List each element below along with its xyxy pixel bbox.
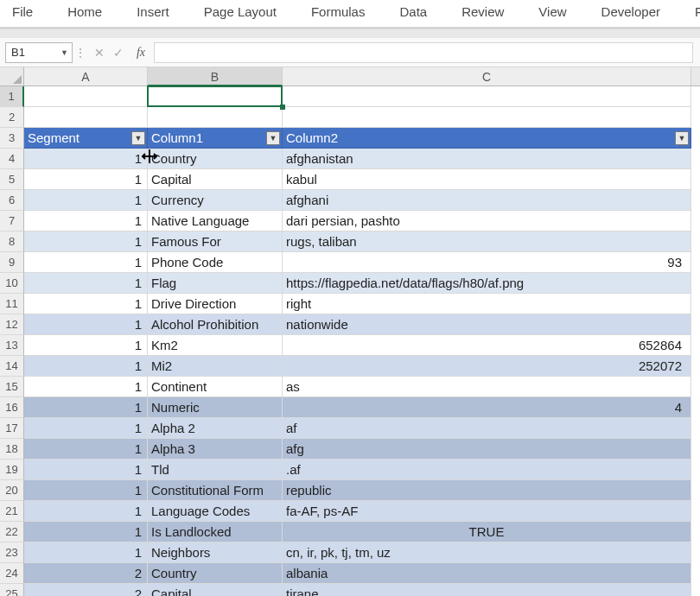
fx-icon[interactable]: fx [128,46,154,60]
cell-C24[interactable]: albania [283,563,691,584]
cell-A1[interactable] [24,86,148,107]
cell-A24[interactable]: 2 [24,563,148,584]
cell-C17[interactable]: af [283,418,691,439]
cell-B5[interactable]: Capital [148,169,283,190]
cell-B22[interactable]: Is Landlocked [148,522,283,542]
cell-A21[interactable]: 1 [24,501,148,522]
cell-A8[interactable]: 1 [24,231,148,252]
cell-A18[interactable]: 1 [24,439,148,460]
cell-B12[interactable]: Alcohol Prohibition [148,314,283,335]
cell-A13[interactable]: 1 [24,335,148,356]
table-header-column1[interactable]: Column1 ▼ [148,128,283,149]
tab-formulas[interactable]: Formulas [294,1,383,24]
enter-button[interactable]: ✓ [109,43,128,62]
tab-view[interactable]: View [521,1,583,24]
row-header-14[interactable]: 14 [0,356,24,377]
row-header-9[interactable]: 9 [0,252,24,273]
cell-B11[interactable]: Drive Direction [148,294,283,314]
cell-C1[interactable] [283,86,691,107]
select-all-corner[interactable] [0,67,24,86]
row-header-7[interactable]: 7 [0,211,24,231]
tab-insert[interactable]: Insert [119,1,187,24]
cell-B15[interactable]: Continent [148,377,283,397]
cell-B25[interactable]: Capital [148,584,283,596]
cell-A25[interactable]: 2 [24,584,148,596]
tab-developer[interactable]: Developer [584,1,678,24]
cell-B7[interactable]: Native Language [148,211,283,231]
row-header-15[interactable]: 15 [0,377,24,397]
cell-A11[interactable]: 1 [24,294,148,314]
cell-C19[interactable]: .af [283,460,691,480]
col-header-B[interactable]: B [148,67,283,86]
row-header-3[interactable]: 3 [0,128,24,149]
row-header-25[interactable]: 25 [0,584,24,596]
tab-home[interactable]: Home [50,1,119,24]
cell-A22[interactable]: 1 [24,522,148,542]
cell-C18[interactable]: afg [283,439,691,460]
row-header-1[interactable]: 1 [0,86,24,107]
row-header-20[interactable]: 20 [0,480,24,501]
row-header-4[interactable]: 4 [0,149,24,169]
cell-C21[interactable]: fa-AF, ps-AF [283,501,691,522]
cell-A19[interactable]: 1 [24,460,148,480]
row-header-5[interactable]: 5 [0,169,24,190]
tab-fastexcel[interactable]: FastExcel V3 [678,1,700,24]
cell-C12[interactable]: nationwide [283,314,691,335]
cell-A16[interactable]: 1 [24,397,148,418]
row-header-23[interactable]: 23 [0,542,24,563]
cell-B8[interactable]: Famous For [148,231,283,252]
cell-A23[interactable]: 1 [24,542,148,563]
cell-C4[interactable]: afghanistan [283,149,691,169]
formula-input[interactable] [154,42,693,63]
cell-B13[interactable]: Km2 [148,335,283,356]
table-header-column2[interactable]: Column2 ▼ [283,128,691,149]
row-header-6[interactable]: 6 [0,190,24,211]
cell-B4[interactable]: Country [148,149,283,169]
name-box-dropdown-icon[interactable]: ▼ [60,48,68,57]
row-header-21[interactable]: 21 [0,501,24,522]
cell-C22[interactable]: TRUE [283,522,691,542]
filter-button-column2[interactable]: ▼ [675,131,689,145]
table-header-segment[interactable]: Segment ▼ [24,128,148,149]
cell-A10[interactable]: 1 [24,273,148,294]
cell-C13[interactable]: 652864 [283,335,691,356]
row-header-13[interactable]: 13 [0,335,24,356]
cell-A4[interactable]: 1 [24,149,148,169]
cell-B10[interactable]: Flag [148,273,283,294]
cell-A14[interactable]: 1 [24,356,148,377]
name-box[interactable]: B1 ▼ [5,42,73,63]
cell-A9[interactable]: 1 [24,252,148,273]
filter-button-column1[interactable]: ▼ [266,131,280,145]
cell-A17[interactable]: 1 [24,418,148,439]
cell-C11[interactable]: right [283,294,691,314]
filter-button-segment[interactable]: ▼ [131,131,145,145]
cell-A7[interactable]: 1 [24,211,148,231]
cell-C6[interactable]: afghani [283,190,691,211]
cell-A12[interactable]: 1 [24,314,148,335]
cell-C2[interactable] [283,107,691,128]
row-header-19[interactable]: 19 [0,460,24,480]
cancel-button[interactable]: ✕ [90,43,109,62]
row-header-17[interactable]: 17 [0,418,24,439]
cell-B17[interactable]: Alpha 2 [148,418,283,439]
cell-B20[interactable]: Constitutional Form [148,480,283,501]
cell-C16[interactable]: 4 [283,397,691,418]
cell-A15[interactable]: 1 [24,377,148,397]
cell-C8[interactable]: rugs, taliban [283,231,691,252]
cell-B6[interactable]: Currency [148,190,283,211]
cell-B9[interactable]: Phone Code [148,252,283,273]
row-header-2[interactable]: 2 [0,107,24,128]
tab-file[interactable]: File [5,1,50,24]
cell-B21[interactable]: Language Codes [148,501,283,522]
tab-review[interactable]: Review [444,1,521,24]
cell-C5[interactable]: kabul [283,169,691,190]
cell-A6[interactable]: 1 [24,190,148,211]
cell-C7[interactable]: dari persian, pashto [283,211,691,231]
row-header-18[interactable]: 18 [0,439,24,460]
tab-data[interactable]: Data [382,1,444,24]
cell-C14[interactable]: 252072 [283,356,691,377]
cell-C10[interactable]: https://flagpedia.net/data/flags/h80/af.… [283,273,691,294]
cell-B1[interactable] [148,86,283,107]
row-header-8[interactable]: 8 [0,231,24,252]
cell-A2[interactable] [24,107,148,128]
